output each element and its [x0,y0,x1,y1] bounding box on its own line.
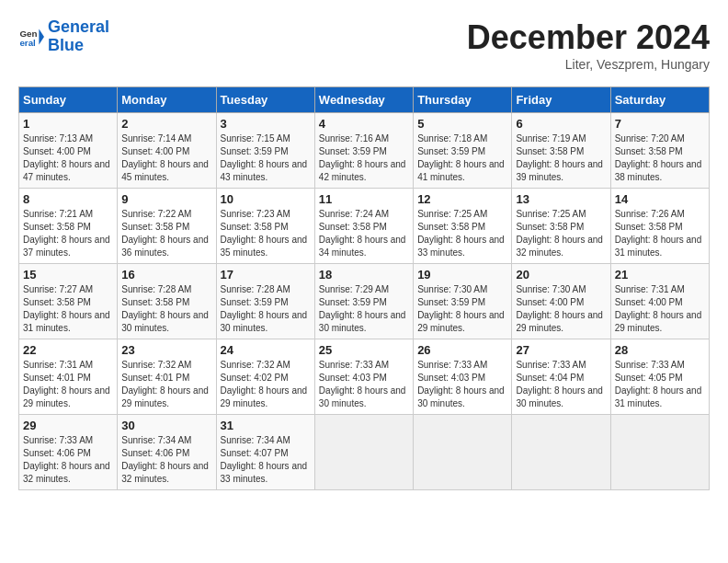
day-detail: Sunrise: 7:26 AMSunset: 3:58 PMDaylight:… [615,209,702,258]
day-number: 20 [516,268,606,282]
calendar-week-row: 29 Sunrise: 7:33 AMSunset: 4:06 PMDaylig… [19,415,710,490]
calendar-day-cell: 12 Sunrise: 7:25 AMSunset: 3:58 PMDaylig… [414,189,512,264]
day-number: 6 [516,117,606,131]
calendar-day-cell: 1 Sunrise: 7:13 AMSunset: 4:00 PMDayligh… [19,113,118,189]
day-header-wednesday: Wednesday [314,87,413,113]
calendar-day-cell: 9 Sunrise: 7:22 AMSunset: 3:58 PMDayligh… [118,189,216,264]
day-number: 13 [516,192,606,206]
day-number: 21 [615,268,705,282]
day-detail: Sunrise: 7:32 AMSunset: 4:01 PMDaylight:… [121,360,209,408]
day-number: 19 [417,268,507,282]
calendar-table: SundayMondayTuesdayWednesdayThursdayFrid… [18,86,710,490]
calendar-day-cell: 23 Sunrise: 7:32 AMSunset: 4:01 PMDaylig… [118,339,216,415]
day-number: 24 [221,343,311,357]
calendar-day-cell: 14 Sunrise: 7:26 AMSunset: 3:58 PMDaylig… [610,189,709,264]
day-number: 29 [23,419,113,432]
day-number: 16 [121,268,211,282]
day-detail: Sunrise: 7:28 AMSunset: 3:59 PMDaylight:… [221,284,308,333]
day-number: 17 [221,268,311,282]
day-detail: Sunrise: 7:31 AMSunset: 4:01 PMDaylight:… [23,360,110,408]
day-detail: Sunrise: 7:28 AMSunset: 3:58 PMDaylight:… [121,284,209,333]
svg-text:eral: eral [19,38,36,48]
day-number: 5 [417,117,507,131]
day-header-friday: Friday [512,87,610,113]
calendar-day-cell: 25 Sunrise: 7:33 AMSunset: 4:03 PMDaylig… [314,339,413,415]
day-detail: Sunrise: 7:29 AMSunset: 3:59 PMDaylight:… [319,284,406,333]
day-number: 4 [319,117,409,131]
day-detail: Sunrise: 7:21 AMSunset: 3:58 PMDaylight:… [23,209,110,258]
calendar-day-cell: 20 Sunrise: 7:30 AMSunset: 4:00 PMDaylig… [512,264,610,339]
calendar-day-cell: 27 Sunrise: 7:33 AMSunset: 4:04 PMDaylig… [512,339,610,415]
main-title: December 2024 [467,18,710,57]
day-number: 9 [121,192,211,206]
day-detail: Sunrise: 7:31 AMSunset: 4:00 PMDaylight:… [615,284,702,333]
day-detail: Sunrise: 7:13 AMSunset: 4:00 PMDaylight:… [23,133,110,182]
day-number: 30 [121,419,211,432]
calendar-day-cell: 13 Sunrise: 7:25 AMSunset: 3:58 PMDaylig… [512,189,610,264]
subtitle: Liter, Veszprem, Hungary [467,57,710,72]
day-header-sunday: Sunday [19,87,118,113]
day-number: 10 [221,192,311,206]
day-detail: Sunrise: 7:20 AMSunset: 3:58 PMDaylight:… [615,133,702,182]
day-header-thursday: Thursday [414,87,512,113]
day-number: 14 [615,192,705,206]
day-detail: Sunrise: 7:34 AMSunset: 4:07 PMDaylight:… [221,435,308,484]
calendar-day-cell: 4 Sunrise: 7:16 AMSunset: 3:59 PMDayligh… [314,113,413,189]
day-detail: Sunrise: 7:33 AMSunset: 4:03 PMDaylight:… [319,360,406,408]
day-number: 2 [121,117,211,131]
day-detail: Sunrise: 7:14 AMSunset: 4:00 PMDaylight:… [121,133,209,182]
day-number: 8 [23,192,113,206]
calendar-day-cell [414,415,512,490]
logo-icon: Gen eral [18,24,44,50]
day-detail: Sunrise: 7:15 AMSunset: 3:59 PMDaylight:… [221,133,308,182]
day-detail: Sunrise: 7:33 AMSunset: 4:06 PMDaylight:… [23,435,110,484]
day-number: 15 [23,268,113,282]
calendar-day-cell: 7 Sunrise: 7:20 AMSunset: 3:58 PMDayligh… [610,113,709,189]
day-header-saturday: Saturday [610,87,709,113]
calendar-week-row: 22 Sunrise: 7:31 AMSunset: 4:01 PMDaylig… [19,339,710,415]
calendar-day-cell: 5 Sunrise: 7:18 AMSunset: 3:59 PMDayligh… [414,113,512,189]
day-detail: Sunrise: 7:16 AMSunset: 3:59 PMDaylight:… [319,133,406,182]
day-detail: Sunrise: 7:33 AMSunset: 4:05 PMDaylight:… [615,360,702,408]
day-detail: Sunrise: 7:18 AMSunset: 3:59 PMDaylight:… [417,133,505,182]
day-number: 27 [516,343,606,357]
day-detail: Sunrise: 7:22 AMSunset: 3:58 PMDaylight:… [121,209,209,258]
calendar-day-cell: 8 Sunrise: 7:21 AMSunset: 3:58 PMDayligh… [19,189,118,264]
day-detail: Sunrise: 7:27 AMSunset: 3:58 PMDaylight:… [23,284,110,333]
calendar-header-row: SundayMondayTuesdayWednesdayThursdayFrid… [19,87,710,113]
calendar-day-cell: 22 Sunrise: 7:31 AMSunset: 4:01 PMDaylig… [19,339,118,415]
day-detail: Sunrise: 7:30 AMSunset: 4:00 PMDaylight:… [516,284,603,333]
calendar-day-cell: 3 Sunrise: 7:15 AMSunset: 3:59 PMDayligh… [216,113,314,189]
calendar-day-cell: 30 Sunrise: 7:34 AMSunset: 4:06 PMDaylig… [118,415,216,490]
day-number: 26 [417,343,507,357]
calendar-day-cell: 21 Sunrise: 7:31 AMSunset: 4:00 PMDaylig… [610,264,709,339]
day-number: 18 [319,268,409,282]
calendar-week-row: 1 Sunrise: 7:13 AMSunset: 4:00 PMDayligh… [19,113,710,189]
day-detail: Sunrise: 7:32 AMSunset: 4:02 PMDaylight:… [221,360,308,408]
day-detail: Sunrise: 7:25 AMSunset: 3:58 PMDaylight:… [417,209,505,258]
day-number: 12 [417,192,507,206]
calendar-day-cell: 10 Sunrise: 7:23 AMSunset: 3:58 PMDaylig… [216,189,314,264]
calendar-day-cell: 29 Sunrise: 7:33 AMSunset: 4:06 PMDaylig… [19,415,118,490]
calendar-day-cell: 19 Sunrise: 7:30 AMSunset: 3:59 PMDaylig… [414,264,512,339]
calendar-day-cell [610,415,709,490]
day-detail: Sunrise: 7:24 AMSunset: 3:58 PMDaylight:… [319,209,406,258]
calendar-day-cell: 26 Sunrise: 7:33 AMSunset: 4:03 PMDaylig… [414,339,512,415]
svg-marker-2 [39,29,44,44]
day-number: 22 [23,343,113,357]
day-number: 23 [121,343,211,357]
title-block: December 2024 Liter, Veszprem, Hungary [467,18,710,72]
day-detail: Sunrise: 7:33 AMSunset: 4:03 PMDaylight:… [417,360,505,408]
calendar-day-cell: 11 Sunrise: 7:24 AMSunset: 3:58 PMDaylig… [314,189,413,264]
calendar-day-cell: 2 Sunrise: 7:14 AMSunset: 4:00 PMDayligh… [118,113,216,189]
calendar-day-cell: 15 Sunrise: 7:27 AMSunset: 3:58 PMDaylig… [19,264,118,339]
calendar-day-cell: 18 Sunrise: 7:29 AMSunset: 3:59 PMDaylig… [314,264,413,339]
day-number: 1 [23,117,113,131]
day-detail: Sunrise: 7:19 AMSunset: 3:58 PMDaylight:… [516,133,603,182]
day-number: 31 [221,419,311,432]
day-header-tuesday: Tuesday [216,87,314,113]
day-number: 25 [319,343,409,357]
day-detail: Sunrise: 7:23 AMSunset: 3:58 PMDaylight:… [221,209,308,258]
calendar-day-cell: 31 Sunrise: 7:34 AMSunset: 4:07 PMDaylig… [216,415,314,490]
calendar-day-cell: 24 Sunrise: 7:32 AMSunset: 4:02 PMDaylig… [216,339,314,415]
